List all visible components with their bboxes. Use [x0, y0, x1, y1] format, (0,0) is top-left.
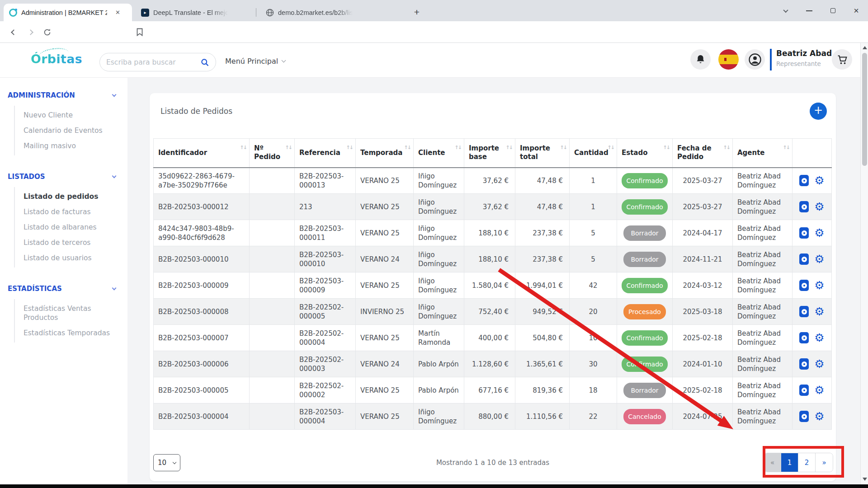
- column-header[interactable]: Identificador↑↓: [154, 139, 250, 168]
- sort-icon[interactable]: ↑↓: [723, 143, 730, 152]
- sidebar-item[interactable]: Mailing masivo: [15, 138, 127, 154]
- view-order-icon[interactable]: [799, 201, 809, 212]
- cell-referencia: B2B-202502-000002: [295, 377, 356, 404]
- scroll-down-icon[interactable]: [863, 478, 867, 481]
- sort-icon[interactable]: ↑↓: [608, 143, 614, 152]
- sort-icon[interactable]: ↑↓: [663, 143, 670, 152]
- gear-icon[interactable]: ⚙: [814, 227, 824, 239]
- gear-icon[interactable]: ⚙: [814, 306, 824, 317]
- tab-close-icon[interactable]: ✕: [113, 8, 123, 17]
- view-order-icon[interactable]: [799, 385, 809, 396]
- gear-icon[interactable]: ⚙: [814, 201, 824, 212]
- orbitas-favicon-icon: [9, 9, 17, 17]
- sidebar-section-title[interactable]: ADMINISTRACIÓN: [0, 91, 127, 99]
- sidebar-item[interactable]: Nuevo Cliente: [15, 108, 127, 123]
- new-tab-button[interactable]: +: [410, 6, 423, 19]
- sidebar-item[interactable]: Listado de terceros: [15, 235, 127, 250]
- column-header[interactable]: Estado↑↓: [617, 139, 673, 168]
- back-button[interactable]: [7, 26, 20, 38]
- gear-icon[interactable]: ⚙: [814, 280, 824, 291]
- status-badge: Confirmado: [622, 330, 667, 346]
- sort-icon[interactable]: ↑↓: [455, 143, 461, 152]
- column-header[interactable]: Cantidad↑↓: [570, 139, 617, 168]
- sidebar-item[interactable]: Listado de albaranes: [15, 220, 127, 235]
- cell-numero-pedido: [250, 246, 295, 272]
- cell-fecha-pedido: 2025-03-27: [673, 168, 733, 194]
- sidebar-item[interactable]: Calendario de Eventos: [15, 123, 127, 138]
- cell-numero-pedido: [250, 272, 295, 299]
- forward-button[interactable]: [24, 26, 37, 38]
- cell-agente: Beatriz Abad Domínguez: [733, 325, 793, 351]
- view-order-icon[interactable]: [799, 306, 809, 317]
- search-input[interactable]: [106, 58, 200, 66]
- cart-button[interactable]: [832, 49, 852, 70]
- view-order-icon[interactable]: [799, 227, 809, 239]
- gear-icon[interactable]: ⚙: [814, 175, 824, 186]
- column-header[interactable]: Importe total↑↓: [515, 139, 570, 168]
- scrollbar-thumb[interactable]: [862, 53, 867, 166]
- cell-agente: Beatriz Abad Domínguez: [733, 351, 793, 377]
- gear-icon[interactable]: ⚙: [814, 411, 824, 422]
- sidebar-section-title[interactable]: ESTADÍSTICAS: [0, 285, 127, 293]
- sidebar-item[interactable]: Listado de usuarios: [15, 250, 127, 266]
- view-order-icon[interactable]: [799, 280, 809, 291]
- view-order-icon[interactable]: [799, 175, 809, 186]
- maximize-button[interactable]: [821, 0, 844, 21]
- search-box[interactable]: [99, 53, 216, 71]
- sidebar-item[interactable]: Listado de facturas: [15, 204, 127, 220]
- account-button[interactable]: [745, 49, 765, 70]
- sort-icon[interactable]: ↑↓: [240, 143, 246, 152]
- notifications-button[interactable]: [690, 49, 711, 70]
- sort-icon[interactable]: ↑↓: [404, 143, 410, 152]
- cell-cantidad: 42: [570, 272, 617, 299]
- gear-icon[interactable]: ⚙: [814, 332, 824, 343]
- column-header[interactable]: Referencia↑↓: [295, 139, 356, 168]
- gear-icon[interactable]: ⚙: [814, 253, 824, 265]
- column-header[interactable]: Importe base↑↓: [464, 139, 515, 168]
- column-header[interactable]: Temporada↑↓: [356, 139, 414, 168]
- cell-cliente: Iñigo Domínguez: [414, 220, 464, 246]
- sort-icon[interactable]: ↑↓: [506, 143, 512, 152]
- gear-icon[interactable]: ⚙: [814, 358, 824, 370]
- column-header-label: Temporada: [360, 149, 402, 157]
- reload-button[interactable]: [41, 26, 53, 38]
- sort-icon[interactable]: ↑↓: [346, 143, 353, 152]
- sort-icon[interactable]: ↑↓: [783, 143, 789, 152]
- tab-list-chevron-icon[interactable]: [774, 0, 797, 21]
- view-order-icon[interactable]: [799, 358, 809, 370]
- view-order-icon[interactable]: [799, 332, 809, 343]
- column-header[interactable]: Cliente↑↓: [414, 139, 464, 168]
- column-header[interactable]: Nº Pedido↑↓: [250, 139, 295, 168]
- column-header[interactable]: Agente↑↓: [733, 139, 793, 168]
- view-order-icon[interactable]: [799, 411, 809, 422]
- pagination-prev-button[interactable]: «: [764, 453, 781, 472]
- sidebar-section-title[interactable]: LISTADOS: [0, 173, 127, 181]
- search-icon[interactable]: [200, 58, 209, 67]
- bookmark-icon[interactable]: [133, 26, 146, 38]
- sidebar-item[interactable]: Listado de pedidos: [15, 189, 127, 204]
- tab-deepl[interactable]: ▸ DeepL Translate - El mejor traductor: [136, 4, 252, 21]
- brand-logo[interactable]: Órbitas: [31, 52, 82, 66]
- cell-importe-base: 1.128,60 €: [464, 351, 515, 377]
- sidebar-item[interactable]: Estadísticas Ventas Productos: [15, 301, 127, 325]
- sort-icon[interactable]: ↑↓: [560, 143, 566, 152]
- sidebar-item[interactable]: Estadísticas Temporadas: [15, 325, 127, 341]
- pagination-next-button[interactable]: »: [816, 453, 833, 472]
- add-order-button[interactable]: +: [810, 103, 827, 120]
- page-scrollbar[interactable]: [860, 43, 868, 485]
- language-flag-button[interactable]: [718, 49, 739, 70]
- cell-temporada: VERANO 25: [356, 220, 414, 246]
- column-header[interactable]: Fecha de Pedido↑↓: [673, 139, 733, 168]
- minimize-button[interactable]: [797, 0, 821, 21]
- view-order-icon[interactable]: [799, 253, 809, 265]
- scroll-up-icon[interactable]: [863, 46, 867, 49]
- tab-orders[interactable]: demo.b2market.es/b2b/list/orders?: [260, 4, 401, 21]
- main-menu-dropdown[interactable]: Menú Principal: [225, 57, 285, 66]
- sort-icon[interactable]: ↑↓: [285, 143, 292, 152]
- gear-icon[interactable]: ⚙: [814, 385, 824, 396]
- pagination-page-1[interactable]: 1: [781, 453, 798, 472]
- pagination-page-2[interactable]: 2: [798, 453, 816, 472]
- tab-administration[interactable]: Administration | B2MARKET 2.0 ✕: [4, 4, 132, 21]
- cell-importe-base: 880,00 €: [464, 404, 515, 430]
- close-window-button[interactable]: ✕: [844, 0, 868, 21]
